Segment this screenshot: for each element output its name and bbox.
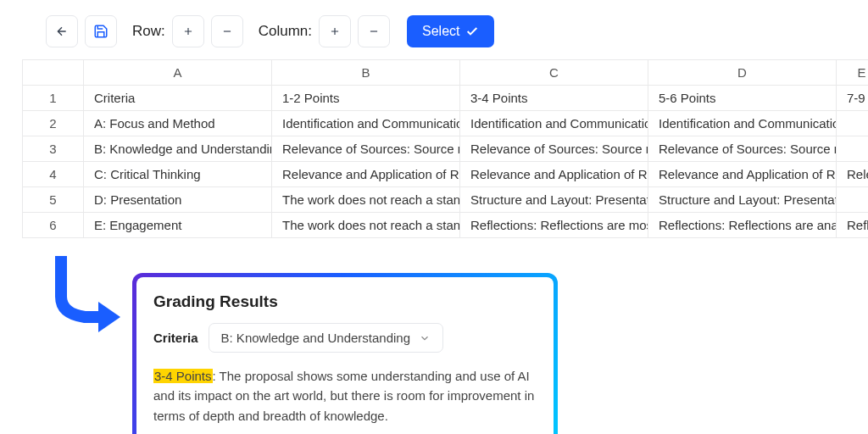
save-button[interactable]: [85, 15, 117, 47]
cell[interactable]: [837, 187, 869, 213]
table-row: 4C: Critical ThinkingRelevance and Appli…: [23, 162, 869, 187]
col-header[interactable]: B: [272, 60, 460, 86]
row-header[interactable]: 3: [23, 136, 84, 162]
col-header[interactable]: C: [460, 60, 648, 86]
select-button[interactable]: Select: [407, 15, 493, 47]
cell[interactable]: Structure and Layout: Presentation: [460, 187, 648, 213]
table-row: 1Criteria1-2 Points3-4 Points5-6 Points7…: [23, 86, 869, 111]
cell[interactable]: B: Knowledge and Understanding: [84, 136, 272, 162]
cell[interactable]: Criteria: [84, 86, 272, 111]
col-header[interactable]: D: [648, 60, 837, 86]
table-row: 6E: EngagementThe work does not reach a …: [23, 213, 869, 238]
cell[interactable]: Identification and Communication:: [648, 111, 837, 136]
cell[interactable]: 7-9 Points: [837, 86, 869, 111]
save-icon: [93, 24, 108, 39]
column-label: Column:: [259, 23, 312, 40]
row-header[interactable]: 1: [23, 86, 84, 111]
arrow-left-icon: [55, 25, 69, 38]
criteria-selected: B: Knowledge and Understanding: [221, 331, 411, 345]
card-title: Grading Results: [153, 292, 537, 311]
row-header[interactable]: 6: [23, 213, 84, 238]
select-label: Select: [422, 24, 459, 39]
col-header[interactable]: A: [84, 60, 272, 86]
plus-icon: [182, 25, 194, 37]
cell[interactable]: Relevance and Application of Rese: [272, 162, 460, 187]
cell[interactable]: E: Engagement: [84, 213, 272, 238]
cell[interactable]: Refle: [837, 213, 869, 238]
table-row: 3B: Knowledge and UnderstandingRelevance…: [23, 136, 869, 162]
cell[interactable]: Identification and Communication:: [272, 111, 460, 136]
column-header-row: A B C D E: [23, 60, 869, 86]
cell[interactable]: 1-2 Points: [272, 86, 460, 111]
cell[interactable]: Relevance of Sources: Source mat: [272, 136, 460, 162]
toolbar: Row: Column: Select: [0, 0, 868, 59]
criteria-label: Criteria: [153, 331, 198, 345]
cell[interactable]: The work does not reach a standa: [272, 187, 460, 213]
callout-arrow: [51, 254, 127, 342]
cell[interactable]: The work does not reach a standa: [272, 213, 460, 238]
row-add-button[interactable]: [172, 15, 204, 47]
row-label: Row:: [132, 23, 165, 40]
cell[interactable]: Reflections: Reflections are analyti: [648, 213, 837, 238]
cell[interactable]: [837, 111, 869, 136]
minus-icon: [221, 25, 233, 37]
corner-cell[interactable]: [23, 60, 84, 86]
cell[interactable]: Relevance of Sources: Source mat: [648, 136, 837, 162]
cell[interactable]: D: Presentation: [84, 187, 272, 213]
plus-icon: [329, 25, 341, 37]
col-header[interactable]: E: [837, 60, 869, 86]
grading-results-card: Grading Results Criteria B: Knowledge an…: [132, 273, 558, 434]
cell[interactable]: C: Critical Thinking: [84, 162, 272, 187]
cell[interactable]: Relevance of Sources: Source mat: [460, 136, 648, 162]
cell[interactable]: [837, 136, 869, 162]
row-header[interactable]: 5: [23, 187, 84, 213]
criteria-select[interactable]: B: Knowledge and Understanding: [209, 323, 444, 353]
minus-icon: [368, 25, 380, 37]
points-highlight: 3-4 Points: [153, 369, 213, 383]
curved-arrow-icon: [51, 254, 127, 339]
cell[interactable]: Reflections: Reflections are mostly: [460, 213, 648, 238]
cell[interactable]: Identification and Communication:: [460, 111, 648, 136]
result-text: 3-4 Points: The proposal shows some unde…: [153, 366, 537, 426]
cell[interactable]: 5-6 Points: [648, 86, 837, 111]
back-button[interactable]: [46, 15, 78, 47]
cell[interactable]: Relevance and Application of Rese: [648, 162, 837, 187]
table-row: 2A: Focus and MethodIdentification and C…: [23, 111, 869, 136]
cell[interactable]: A: Focus and Method: [84, 111, 272, 136]
column-remove-button[interactable]: [358, 15, 390, 47]
row-remove-button[interactable]: [211, 15, 243, 47]
row-header[interactable]: 4: [23, 162, 84, 187]
check-icon: [465, 25, 479, 38]
column-add-button[interactable]: [319, 15, 351, 47]
row-header[interactable]: 2: [23, 111, 84, 136]
table-row: 5D: PresentationThe work does not reach …: [23, 187, 869, 213]
cell[interactable]: Structure and Layout: Presentation: [648, 187, 837, 213]
chevron-down-icon: [419, 332, 431, 344]
cell[interactable]: 3-4 Points: [460, 86, 648, 111]
cell[interactable]: Relevance and Application of Rese: [460, 162, 648, 187]
spreadsheet: A B C D E 1Criteria1-2 Points3-4 Points5…: [0, 59, 868, 238]
grid-table[interactable]: A B C D E 1Criteria1-2 Points3-4 Points5…: [22, 59, 868, 238]
cell[interactable]: Relev: [837, 162, 869, 187]
